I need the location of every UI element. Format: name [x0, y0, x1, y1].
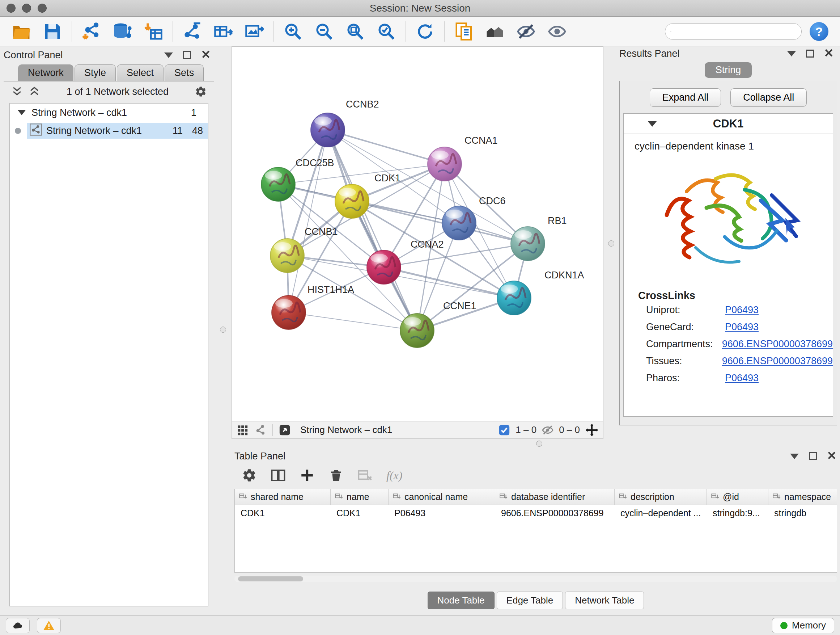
expand-all-button[interactable]: Expand All [650, 88, 722, 107]
export-view-icon[interactable] [279, 424, 291, 436]
crosslink-link[interactable]: P06493 [725, 321, 759, 333]
delete-table-icon [357, 468, 373, 483]
zoom-out-button[interactable] [309, 19, 340, 43]
network-selection-status: 1 of 1 Network selected [41, 86, 195, 97]
float-panel-icon[interactable] [164, 52, 173, 58]
table-tabs: Node Table Edge Table Network Table [232, 592, 840, 609]
memory-button[interactable]: Memory [772, 618, 834, 633]
crosslink-row: Compartments: 9606.ENSP00000378699 [624, 336, 833, 353]
cell-name[interactable]: CDK1 [331, 505, 388, 520]
crosslink-link[interactable]: P06493 [725, 304, 759, 316]
search-input[interactable] [675, 26, 796, 37]
new-network-button[interactable] [177, 19, 208, 43]
cell-description[interactable]: cyclin–dependent ... [615, 505, 707, 520]
fit-content-icon[interactable] [585, 423, 599, 437]
show-details-button[interactable] [542, 19, 573, 43]
maximize-panel-icon[interactable] [806, 50, 814, 57]
tab-edge-table[interactable]: Edge Table [497, 592, 563, 609]
birdseye-view-button[interactable] [479, 19, 510, 43]
close-panel-icon[interactable] [201, 50, 210, 60]
cloud-status-button[interactable] [6, 618, 30, 633]
help-button[interactable]: ? [810, 22, 829, 41]
zoom-fit-button[interactable] [340, 19, 371, 43]
grid-view-icon[interactable] [236, 424, 248, 436]
svg-text:CCNA2: CCNA2 [411, 239, 444, 250]
crosslink-link[interactable]: 9606.ENSP00000378699 [722, 339, 833, 350]
crosslink-row: Uniprot: P06493 [624, 302, 833, 318]
vertical-splitter-handle-right[interactable] [608, 241, 614, 247]
database-import-icon [112, 22, 132, 41]
import-network-database-button[interactable] [107, 19, 138, 43]
hide-details-button[interactable] [510, 19, 542, 43]
delete-column-icon[interactable] [328, 468, 344, 483]
cell-id[interactable]: stringdb:9... [707, 505, 768, 520]
open-session-button[interactable] [6, 19, 37, 43]
horizontal-scrollbar[interactable] [234, 576, 837, 582]
horizontal-splitter-handle[interactable] [536, 440, 542, 447]
tab-sets[interactable]: Sets [164, 65, 204, 81]
collapse-all-button[interactable]: Collapse All [730, 88, 807, 107]
crosslink-label: GeneCard: [646, 321, 725, 333]
refresh-button[interactable] [409, 19, 441, 43]
crosslink-link[interactable]: 9606.ENSP00000378699 [722, 356, 833, 367]
network-row[interactable]: String Network – cdk1 11 48 [10, 122, 208, 140]
expand-all-icon[interactable] [28, 86, 41, 98]
cell-shared-name[interactable]: CDK1 [235, 505, 331, 520]
network-canvas[interactable]: CCNB2CCNA1CDC25BCDK1CDC6RB1CCNB1CCNA2CDK… [232, 46, 603, 421]
save-session-button[interactable] [37, 19, 68, 43]
zoom-selected-button[interactable] [371, 19, 402, 43]
search-box[interactable] [665, 23, 802, 40]
hidden-eye-icon[interactable] [542, 424, 554, 436]
gear-icon[interactable] [195, 86, 207, 98]
network-graph[interactable]: CCNB2CCNA1CDC25BCDK1CDC6RB1CCNB1CCNA2CDK… [232, 47, 603, 421]
table-header-row: shared name name canonical name database… [235, 489, 837, 505]
scrollbar-thumb[interactable] [238, 576, 303, 581]
tab-node-table[interactable]: Node Table [428, 592, 494, 609]
tab-style[interactable]: Style [74, 65, 116, 81]
tree-expander-icon[interactable] [18, 110, 26, 115]
collapse-all-icon[interactable] [11, 86, 23, 98]
tab-string[interactable]: String [705, 62, 752, 78]
crosslink-link[interactable]: P06493 [725, 372, 759, 384]
crosslink-row: Pharos: P06493 [624, 370, 833, 386]
warnings-button[interactable] [37, 618, 61, 633]
tab-select[interactable]: Select [117, 65, 164, 81]
vertical-splitter-handle-left[interactable] [220, 326, 226, 333]
import-network-file-button[interactable] [76, 19, 107, 43]
tab-network[interactable]: Network [18, 65, 73, 81]
maximize-panel-icon[interactable] [183, 51, 191, 59]
network-tree: String Network – cdk1 1 String Network –… [9, 103, 208, 606]
function-builder-icon: f(x) [386, 469, 402, 482]
gene-card-header[interactable]: CDK1 [624, 114, 833, 134]
cell-canonical-name[interactable]: P06493 [388, 505, 495, 520]
close-panel-icon[interactable] [824, 48, 834, 59]
cell-database-identifier[interactable]: 9606.ENSP00000378699 [495, 505, 615, 520]
float-panel-icon[interactable] [787, 51, 796, 57]
svg-text:HIST1H1A: HIST1H1A [308, 284, 354, 295]
annotation-button[interactable] [448, 19, 479, 43]
selected-checkbox-icon[interactable] [498, 424, 510, 436]
memory-label: Memory [792, 620, 826, 631]
table-settings-gear-icon[interactable] [242, 468, 257, 483]
add-column-icon[interactable] [300, 468, 315, 483]
table-export-icon [213, 22, 233, 41]
network-collection-row[interactable]: String Network – cdk1 1 [10, 103, 208, 122]
tab-network-table[interactable]: Network Table [565, 592, 644, 609]
maximize-panel-icon[interactable] [809, 452, 817, 460]
svg-text:CCNB2: CCNB2 [346, 99, 379, 110]
network-from-selection-icon [182, 22, 202, 41]
export-table-button[interactable] [208, 19, 239, 43]
cell-namespace[interactable]: stringdb [768, 505, 837, 520]
float-panel-icon[interactable] [790, 454, 799, 459]
close-panel-icon[interactable] [827, 451, 836, 462]
table-panel-title: Table Panel [234, 451, 286, 462]
title-bar: Session: New Session [0, 0, 840, 17]
cloud-icon [12, 620, 24, 631]
import-table-button[interactable] [138, 19, 169, 43]
zoom-in-button[interactable] [278, 19, 309, 43]
export-image-button[interactable] [239, 19, 270, 43]
table-row[interactable]: CDK1 CDK1 P06493 9606.ENSP00000378699 cy… [235, 505, 837, 520]
show-columns-icon[interactable] [271, 468, 286, 483]
network-overview-icon[interactable] [254, 424, 267, 436]
node-table[interactable]: shared name name canonical name database… [234, 489, 837, 573]
